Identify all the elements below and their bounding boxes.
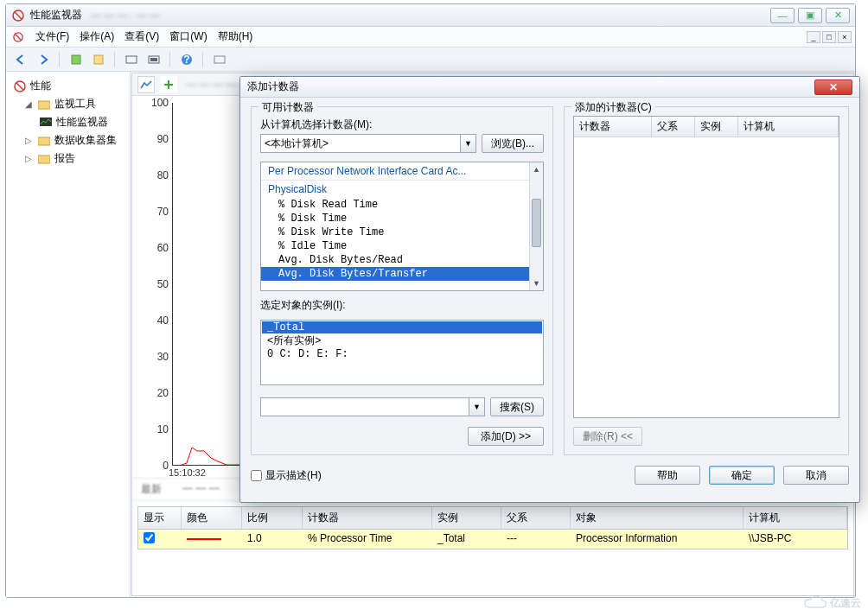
chart-view-button[interactable] bbox=[137, 76, 155, 93]
y-tick-label: 0 bbox=[163, 460, 169, 472]
show-description-checkbox[interactable] bbox=[251, 470, 262, 481]
counter-item[interactable]: % Idle Time bbox=[261, 239, 543, 253]
dialog-close-button[interactable]: ✕ bbox=[814, 79, 852, 95]
toolbar-icon-2[interactable] bbox=[89, 50, 108, 69]
instances-list[interactable]: _Total<所有实例>0 C: D: E: F: bbox=[260, 320, 544, 385]
counter-item[interactable]: % Disk Read Time bbox=[261, 198, 543, 212]
category-expanded[interactable]: PhysicalDisk ⌃ bbox=[261, 181, 543, 198]
help-button[interactable]: 帮助 bbox=[635, 466, 700, 485]
menu-action[interactable]: 操作(A) bbox=[80, 29, 114, 44]
instance-item[interactable]: 0 C: D: E: F: bbox=[262, 348, 542, 360]
chevron-down-icon[interactable]: ▼ bbox=[461, 134, 476, 153]
watermark: 亿速云 bbox=[804, 595, 861, 611]
search-input[interactable] bbox=[260, 397, 469, 416]
col-parent[interactable]: 父系 bbox=[501, 507, 571, 529]
minimize-button[interactable]: — bbox=[770, 8, 795, 23]
svg-rect-6 bbox=[126, 56, 137, 63]
search-combo[interactable]: ▼ bbox=[260, 397, 485, 416]
cancel-button[interactable]: 取消 bbox=[783, 466, 849, 485]
titlebar-text: 性能监视器 bbox=[30, 8, 82, 22]
svg-rect-17 bbox=[38, 156, 50, 163]
tree-reports[interactable]: ▷ 报告 bbox=[10, 149, 126, 168]
mdi-close-button[interactable]: × bbox=[838, 31, 852, 43]
col-counter[interactable]: 计数器 bbox=[574, 117, 652, 137]
menu-window[interactable]: 窗口(W) bbox=[169, 29, 207, 44]
folder-icon bbox=[37, 152, 51, 166]
toolbar-icon-1[interactable] bbox=[67, 50, 86, 69]
legend-computer: \\JSB-PC bbox=[744, 530, 847, 549]
tree-root[interactable]: 性能 bbox=[10, 77, 126, 95]
col-counter[interactable]: 计数器 bbox=[303, 507, 432, 529]
counter-item[interactable]: Avg. Disk Bytes/Read bbox=[261, 253, 543, 267]
app-icon bbox=[11, 9, 25, 22]
show-description-check[interactable]: 显示描述(H) bbox=[251, 468, 322, 483]
toolbar-icon-4[interactable] bbox=[144, 50, 163, 69]
col-scale[interactable]: 比例 bbox=[242, 507, 303, 529]
forward-button[interactable] bbox=[34, 50, 53, 69]
tree-perfmon[interactable]: 性能监视器 bbox=[10, 113, 126, 131]
chevron-down-icon[interactable]: ▼ bbox=[469, 397, 485, 416]
scrollbar[interactable]: ▲ ▼ bbox=[529, 162, 543, 290]
category-label: PhysicalDisk bbox=[268, 183, 327, 195]
add-button[interactable]: 添加(D) >> bbox=[468, 427, 544, 446]
added-counters-table[interactable]: 计数器 父系 实例 计算机 bbox=[573, 116, 839, 418]
counter-item[interactable]: % Disk Write Time bbox=[261, 225, 543, 239]
scroll-down-icon[interactable]: ▼ bbox=[530, 276, 543, 290]
tree-tools[interactable]: ◢ 监视工具 bbox=[10, 95, 126, 113]
legend-show-checkbox[interactable] bbox=[144, 532, 155, 543]
search-button[interactable]: 搜索(S) bbox=[490, 397, 544, 416]
toolbar-icon-5[interactable] bbox=[210, 50, 229, 69]
instance-item[interactable]: <所有实例> bbox=[262, 333, 542, 348]
mdi-minimize-button[interactable]: _ bbox=[807, 31, 820, 43]
legend-row[interactable]: 1.0 % Processor Time _Total --- Processo… bbox=[138, 530, 847, 549]
expand-icon[interactable]: ▷ bbox=[23, 136, 34, 145]
category-collapsed[interactable]: Per Processor Network Interface Card Ac.… bbox=[261, 162, 543, 181]
tree-label: 性能 bbox=[30, 79, 51, 93]
expand-icon[interactable]: ▷ bbox=[23, 154, 34, 163]
remove-button[interactable]: 删除(R) << bbox=[573, 427, 642, 446]
ok-button[interactable]: 确定 bbox=[709, 466, 775, 485]
menu-bar: 文件(F) 操作(A) 查看(V) 窗口(W) 帮助(H) _ □ × bbox=[6, 27, 855, 48]
toolbar-icon-3[interactable] bbox=[122, 50, 141, 69]
legend-instance: _Total bbox=[432, 530, 501, 549]
instance-item[interactable]: _Total bbox=[262, 321, 542, 333]
counter-item[interactable]: Avg. Disk Bytes/Transfer bbox=[261, 267, 543, 281]
navigation-tree[interactable]: 性能 ◢ 监视工具 性能监视器 ▷ 数据收集器集 ▷ 报告 bbox=[6, 72, 131, 597]
tree-collectors[interactable]: ▷ 数据收集器集 bbox=[10, 131, 126, 149]
col-instance[interactable]: 实例 bbox=[432, 507, 501, 529]
col-object[interactable]: 对象 bbox=[571, 507, 744, 529]
titlebar[interactable]: 性能监视器 — — — · — — — ▣ ✕ bbox=[6, 4, 855, 27]
col-instance[interactable]: 实例 bbox=[695, 117, 738, 137]
legend-counter: % Processor Time bbox=[303, 530, 432, 549]
add-counter-button[interactable] bbox=[160, 76, 177, 93]
svg-line-3 bbox=[16, 34, 22, 40]
available-counters-group: 可用计数器 从计算机选择计数器(M): ▼ 浏览(B)... Per Proce… bbox=[251, 106, 553, 455]
back-button[interactable] bbox=[11, 50, 30, 69]
legend-header[interactable]: 显示 颜色 比例 计数器 实例 父系 对象 计算机 bbox=[138, 507, 847, 530]
maximize-button[interactable]: ▣ bbox=[798, 8, 822, 23]
counter-item[interactable]: % Disk Time bbox=[261, 212, 543, 225]
mdi-restore-button[interactable]: □ bbox=[822, 31, 836, 43]
group-label: 可用计数器 bbox=[258, 100, 317, 115]
col-computer[interactable]: 计算机 bbox=[738, 117, 839, 137]
y-tick-label: 60 bbox=[157, 242, 169, 254]
from-computer-label: 从计算机选择计数器(M): bbox=[260, 117, 544, 132]
col-show[interactable]: 显示 bbox=[138, 507, 182, 529]
collapse-icon[interactable]: ◢ bbox=[23, 99, 34, 109]
scroll-up-icon[interactable]: ▲ bbox=[530, 162, 543, 176]
col-computer[interactable]: 计算机 bbox=[744, 507, 847, 529]
close-button[interactable]: ✕ bbox=[826, 8, 850, 23]
counter-categories-list[interactable]: Per Processor Network Interface Card Ac.… bbox=[260, 162, 544, 291]
menu-file[interactable]: 文件(F) bbox=[35, 29, 69, 44]
menu-view[interactable]: 查看(V) bbox=[124, 29, 159, 44]
computer-input[interactable] bbox=[260, 134, 461, 153]
col-color[interactable]: 颜色 bbox=[182, 507, 242, 529]
instances-label: 选定对象的实例(I): bbox=[260, 298, 544, 313]
col-parent[interactable]: 父系 bbox=[652, 117, 695, 137]
scroll-thumb[interactable] bbox=[532, 199, 541, 247]
browse-button[interactable]: 浏览(B)... bbox=[482, 134, 544, 153]
dialog-titlebar[interactable]: 添加计数器 ✕ bbox=[240, 77, 859, 98]
computer-combo[interactable]: ▼ bbox=[260, 134, 476, 153]
help-button[interactable]: ? bbox=[177, 50, 196, 69]
menu-help[interactable]: 帮助(H) bbox=[218, 29, 253, 44]
